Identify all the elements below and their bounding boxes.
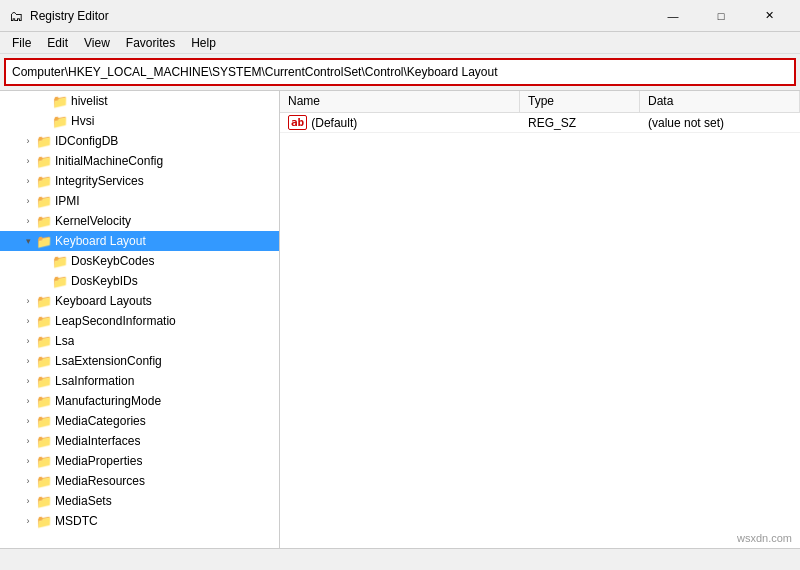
tree-item-label: LsaInformation [55, 374, 134, 388]
menu-edit[interactable]: Edit [39, 34, 76, 52]
folder-icon: 📁 [52, 254, 68, 269]
col-name: Name [280, 91, 520, 112]
status-bar [0, 548, 800, 570]
tree-item[interactable]: ›📁MediaInterfaces [0, 431, 279, 451]
tree-item[interactable]: ›📁IPMI [0, 191, 279, 211]
detail-header: Name Type Data [280, 91, 800, 113]
tree-item[interactable]: ›📁Lsa [0, 331, 279, 351]
folder-icon: 📁 [36, 394, 52, 409]
tree-expander-icon[interactable]: › [20, 376, 36, 386]
tree-expander-icon[interactable]: › [20, 336, 36, 346]
detail-cell-name: ab(Default) [280, 113, 520, 132]
tree-item-label: IDConfigDB [55, 134, 118, 148]
tree-item[interactable]: ›📁ManufacturingMode [0, 391, 279, 411]
folder-icon: 📁 [52, 114, 68, 129]
tree-item[interactable]: ›📁KernelVelocity [0, 211, 279, 231]
tree-item[interactable]: ›📁MediaSets [0, 491, 279, 511]
folder-icon: 📁 [36, 454, 52, 469]
maximize-button[interactable]: □ [698, 0, 744, 32]
tree-item[interactable]: ›📁MSDTC [0, 511, 279, 531]
folder-icon: 📁 [36, 474, 52, 489]
tree-item-label: MediaProperties [55, 454, 142, 468]
tree-item[interactable]: ›📁Keyboard Layouts [0, 291, 279, 311]
app-icon: 🗂 [8, 8, 24, 24]
tree-item-label: MediaSets [55, 494, 112, 508]
tree-expander-icon[interactable]: › [20, 476, 36, 486]
col-type: Type [520, 91, 640, 112]
tree-item[interactable]: ›📁IDConfigDB [0, 131, 279, 151]
tree-item-label: MediaInterfaces [55, 434, 140, 448]
folder-icon: 📁 [36, 154, 52, 169]
tree-item-label: ManufacturingMode [55, 394, 161, 408]
detail-row[interactable]: ab(Default)REG_SZ(value not set) [280, 113, 800, 133]
tree-item-label: LsaExtensionConfig [55, 354, 162, 368]
tree-item-label: IPMI [55, 194, 80, 208]
tree-expander-icon[interactable]: › [20, 516, 36, 526]
title-bar: 🗂 Registry Editor — □ ✕ [0, 0, 800, 32]
tree-item[interactable]: ›📁MediaResources [0, 471, 279, 491]
watermark: wsxdn.com [737, 532, 792, 544]
tree-expander-icon[interactable]: › [20, 416, 36, 426]
main-content: 📁hivelist📁Hvsi›📁IDConfigDB›📁InitialMachi… [0, 90, 800, 548]
folder-icon: 📁 [36, 414, 52, 429]
folder-icon: 📁 [36, 214, 52, 229]
folder-icon: 📁 [52, 274, 68, 289]
address-bar[interactable]: Computer\HKEY_LOCAL_MACHINE\SYSTEM\Curre… [4, 58, 796, 86]
tree-expander-icon[interactable]: › [20, 216, 36, 226]
tree-item[interactable]: 📁DosKeybIDs [0, 271, 279, 291]
folder-icon: 📁 [36, 134, 52, 149]
tree-item-label: Keyboard Layouts [55, 294, 152, 308]
detail-panel: Name Type Data ab(Default)REG_SZ(value n… [280, 91, 800, 548]
tree-expander-icon[interactable]: › [20, 156, 36, 166]
tree-expander-icon[interactable]: › [20, 436, 36, 446]
folder-icon: 📁 [36, 194, 52, 209]
tree-expander-icon[interactable]: ▾ [20, 236, 36, 246]
tree-item-label: InitialMachineConfig [55, 154, 163, 168]
tree-panel[interactable]: 📁hivelist📁Hvsi›📁IDConfigDB›📁InitialMachi… [0, 91, 280, 548]
tree-item[interactable]: ›📁LsaInformation [0, 371, 279, 391]
folder-icon: 📁 [36, 514, 52, 529]
app-title: Registry Editor [30, 9, 109, 23]
tree-item-label: MSDTC [55, 514, 98, 528]
folder-icon: 📁 [36, 174, 52, 189]
tree-item[interactable]: ›📁MediaCategories [0, 411, 279, 431]
close-button[interactable]: ✕ [746, 0, 792, 32]
folder-icon: 📁 [36, 334, 52, 349]
tree-item-label: Hvsi [71, 114, 94, 128]
folder-icon: 📁 [36, 354, 52, 369]
menu-file[interactable]: File [4, 34, 39, 52]
folder-icon: 📁 [52, 94, 68, 109]
tree-item[interactable]: 📁hivelist [0, 91, 279, 111]
tree-expander-icon[interactable]: › [20, 136, 36, 146]
tree-item[interactable]: ▾📁Keyboard Layout [0, 231, 279, 251]
tree-expander-icon[interactable]: › [20, 176, 36, 186]
tree-item-label: hivelist [71, 94, 108, 108]
menu-view[interactable]: View [76, 34, 118, 52]
menu-favorites[interactable]: Favorites [118, 34, 183, 52]
tree-item-label: MediaResources [55, 474, 145, 488]
tree-item[interactable]: ›📁IntegrityServices [0, 171, 279, 191]
folder-icon: 📁 [36, 434, 52, 449]
tree-expander-icon[interactable]: › [20, 356, 36, 366]
tree-expander-icon[interactable]: › [20, 456, 36, 466]
detail-cell-type: REG_SZ [520, 114, 640, 132]
tree-expander-icon[interactable]: › [20, 196, 36, 206]
address-path: Computer\HKEY_LOCAL_MACHINE\SYSTEM\Curre… [12, 65, 788, 79]
tree-item[interactable]: 📁Hvsi [0, 111, 279, 131]
minimize-button[interactable]: — [650, 0, 696, 32]
tree-item[interactable]: ›📁LeapSecondInformatio [0, 311, 279, 331]
tree-expander-icon[interactable]: › [20, 496, 36, 506]
tree-item-label: Lsa [55, 334, 74, 348]
tree-item[interactable]: 📁DosKeybCodes [0, 251, 279, 271]
tree-item[interactable]: ›📁LsaExtensionConfig [0, 351, 279, 371]
tree-item-label: IntegrityServices [55, 174, 144, 188]
tree-item[interactable]: ›📁InitialMachineConfig [0, 151, 279, 171]
menu-help[interactable]: Help [183, 34, 224, 52]
tree-item[interactable]: ›📁MediaProperties [0, 451, 279, 471]
tree-expander-icon[interactable]: › [20, 316, 36, 326]
tree-expander-icon[interactable]: › [20, 296, 36, 306]
tree-expander-icon[interactable]: › [20, 396, 36, 406]
tree-item-label: DosKeybCodes [71, 254, 154, 268]
tree-item-label: Keyboard Layout [55, 234, 146, 248]
folder-icon: 📁 [36, 374, 52, 389]
